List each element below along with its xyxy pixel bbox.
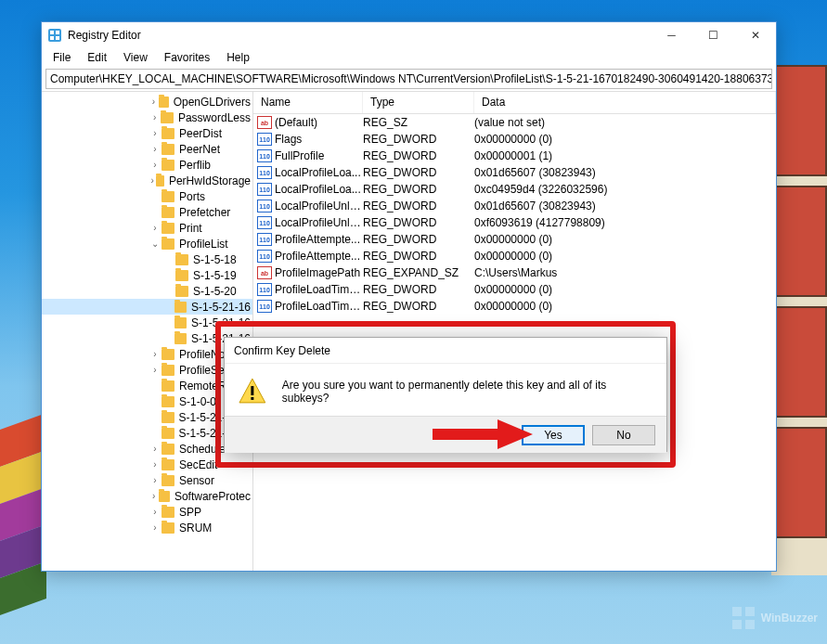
menu-favorites[interactable]: Favorites [157,49,217,66]
list-row[interactable]: 110ProfileLoadTime...REG_DWORD0x00000000… [253,281,776,298]
tree-item[interactable]: S-1-5-21-16 [42,299,252,315]
col-header-type[interactable]: Type [363,92,474,113]
list-row[interactable]: 110LocalProfileUnlo...REG_DWORD0xf609361… [253,214,776,231]
list-row[interactable]: 110LocalProfileLoa...REG_DWORD0x01d65607… [253,164,776,181]
tree-item[interactable]: ›SecEdit [42,457,252,472]
tree-item[interactable]: ›ProfileService [42,362,252,378]
tree-item[interactable]: ›Print [42,220,252,236]
tree-item[interactable]: ›PerHwIdStorage [42,173,252,188]
expand-arrow[interactable]: › [149,97,159,107]
value-data: (value not set) [474,116,776,129]
tree-item[interactable]: ›PeerDist [42,125,252,141]
minimize-button[interactable]: ─ [651,22,692,48]
maximize-button[interactable]: ☐ [692,22,734,48]
expand-arrow[interactable]: › [149,160,162,170]
expand-arrow[interactable]: › [149,475,162,485]
tree-item[interactable]: Ports [42,188,252,204]
folder-icon [162,144,174,155]
binary-value-icon: 110 [257,233,272,246]
expand-arrow[interactable]: › [149,112,161,122]
binary-value-icon: 110 [257,283,272,296]
expand-arrow[interactable]: › [149,507,162,517]
col-header-data[interactable]: Data [474,92,776,113]
tree-item[interactable]: ›Sensor [42,472,252,488]
menu-view[interactable]: View [116,49,155,66]
tree-item[interactable]: ›Schedule [42,441,252,457]
yes-button[interactable]: Yes [522,425,585,445]
tree-item[interactable]: S-1-5-21-16 [42,330,252,346]
tree-item[interactable]: ›SPP [42,504,252,520]
tree-pane[interactable]: ›OpenGLDrivers›PasswordLess›PeerDist›Pee… [42,92,253,571]
expand-arrow[interactable]: › [149,349,162,359]
expand-arrow[interactable]: › [149,491,159,501]
list-row[interactable]: 110LocalProfileUnlo...REG_DWORD0x01d6560… [253,198,776,214]
value-type: REG_DWORD [363,149,474,162]
value-name: ProfileLoadTime... [275,300,363,313]
list-pane[interactable]: Name Type Data ab(Default)REG_SZ(value n… [253,92,776,571]
folder-icon [175,286,188,297]
close-button[interactable]: ✕ [734,22,776,48]
menu-file[interactable]: File [45,49,78,66]
tree-item[interactable]: Prefetcher [42,204,252,220]
value-type: REG_DWORD [363,133,474,146]
tree-item[interactable]: S-1-5-21-1670 [42,409,252,425]
menu-help[interactable]: Help [219,49,257,66]
value-type: REG_DWORD [363,283,474,296]
col-header-name[interactable]: Name [253,92,363,113]
tree-label: Perflib [177,159,213,172]
tree-item[interactable]: S-1-5-19 [42,267,252,283]
folder-icon [162,396,174,407]
expand-arrow[interactable]: ⌄ [149,238,162,249]
expand-arrow[interactable]: › [149,223,162,233]
no-button[interactable]: No [592,425,655,445]
tree-item[interactable]: S-1-5-18 [42,251,252,267]
binary-value-icon: 110 [257,216,272,229]
menu-edit[interactable]: Edit [80,49,114,66]
expand-arrow[interactable]: › [149,365,162,375]
titlebar[interactable]: Registry Editor ─ ☐ ✕ [42,22,776,48]
tree-label: Ports [177,190,207,203]
svg-rect-1 [50,31,54,34]
dialog-title: Confirm Key Delete [225,338,666,364]
value-type: REG_DWORD [363,250,474,263]
expand-arrow[interactable]: › [149,522,162,533]
tree-item[interactable]: ›SoftwareProtec [42,488,252,504]
folder-icon [162,223,174,234]
folder-icon [175,254,188,265]
tree-item[interactable]: ›PasswordLess [42,109,252,125]
list-row[interactable]: 110LocalProfileLoa...REG_DWORD0xc04959d4… [253,181,776,198]
expand-arrow[interactable]: › [149,175,156,186]
tree-item[interactable]: ›SRUM [42,520,252,535]
list-row[interactable]: 110FlagsREG_DWORD0x00000000 (0) [253,131,776,148]
tree-item[interactable]: ›ProfileNotific [42,346,252,362]
tree-label: PeerDist [177,127,224,140]
folder-icon [162,207,174,218]
list-row[interactable]: 110ProfileLoadTime...REG_DWORD0x00000000… [253,298,776,315]
expand-arrow[interactable]: › [149,144,162,154]
tree-item[interactable]: ›PeerNet [42,141,252,157]
expand-arrow[interactable]: › [149,128,162,138]
tree-item[interactable]: ⌄ProfileList [42,236,252,251]
tree-item[interactable]: S-1-5-21-16 [42,315,252,330]
expand-arrow[interactable]: › [149,444,162,454]
list-row[interactable]: 110FullProfileREG_DWORD0x00000001 (1) [253,148,776,164]
tree-item[interactable]: S-1-5-21-1670 [42,425,252,441]
value-name: ProfileLoadTime... [275,283,363,296]
tree-item[interactable]: S-1-5-20 [42,283,252,299]
list-row[interactable]: 110ProfileAttempte...REG_DWORD0x00000000… [253,248,776,264]
expand-arrow[interactable]: › [149,459,162,470]
tree-item[interactable]: ›OpenGLDrivers [42,94,252,109]
value-data: 0x01d65607 (30823943) [474,166,776,179]
confirm-delete-dialog: Confirm Key Delete Are you sure you want… [224,337,667,452]
list-row[interactable]: ab(Default)REG_SZ(value not set) [253,114,776,131]
tree-item[interactable]: S-1-0-0 [42,393,252,409]
list-row[interactable]: 110ProfileAttempte...REG_DWORD0x00000000… [253,231,776,248]
list-row[interactable]: abProfileImagePathREG_EXPAND_SZC:\Users\… [253,264,776,281]
binary-value-icon: 110 [257,200,272,213]
value-name: FullProfile [275,149,363,162]
tree-label: ProfileList [177,238,230,251]
folder-icon [162,191,174,202]
tree-item[interactable]: ›Perflib [42,157,252,173]
address-bar[interactable]: Computer\HKEY_LOCAL_MACHINE\SOFTWARE\Mic… [45,69,772,89]
tree-item[interactable]: RemoteRegist [42,378,252,393]
